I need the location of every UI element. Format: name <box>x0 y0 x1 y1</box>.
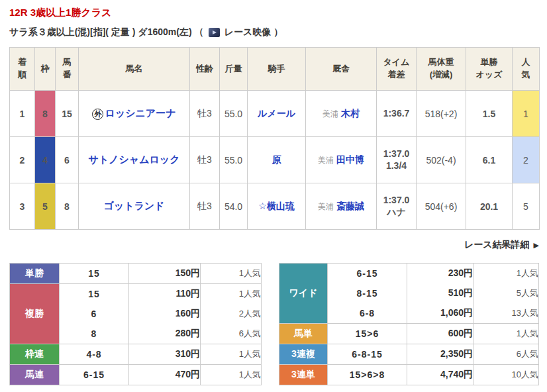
header-horse-weight: 馬体重 (増減) <box>417 48 466 91</box>
payout-amount: 160円 <box>129 304 201 324</box>
video-paren-open: （ <box>195 26 204 38</box>
horse-weight: 502(-4) <box>417 137 466 183</box>
horse-weight: 504(+6) <box>417 183 466 230</box>
horse-name-link[interactable]: サトノシャムロック <box>88 154 179 165</box>
payout-row: 馬連 6-15 470円 1人気 <box>10 365 262 385</box>
race-results-table: 着 順 枠 馬 番 馬名 性齢 斤量 騎手 厩舎 タイム 着差 馬体重 (増減)… <box>9 47 540 230</box>
payout-selection: 8-15 <box>328 283 407 303</box>
payout-row: ワイド 6-15 230円 1人気 <box>279 264 539 284</box>
payout-popularity: 13人気 <box>473 303 539 324</box>
payout-popularity: 5人気 <box>473 283 539 303</box>
payout-row: 馬単 15>6 600円 1人気 <box>279 324 539 344</box>
win-odds: 20.1 <box>466 183 513 230</box>
payout-popularity: 6人気 <box>473 344 539 365</box>
race-video-icon[interactable] <box>209 28 220 37</box>
payout-selection: 6-8 <box>328 303 407 324</box>
race-title: 12R 3歳以上1勝クラス <box>9 7 538 19</box>
foreign-horse-mark: 外 <box>92 109 103 120</box>
stable-area: 美浦 <box>318 202 334 211</box>
payout-popularity: 1人気 <box>201 284 262 305</box>
finish-position: 3 <box>10 183 35 230</box>
horse-weight: 518(+2) <box>417 91 466 137</box>
race-conditions-text: サラ系３歳以上(混)[指]( 定量 ) ダ1600m(左) <box>9 26 192 38</box>
horse-name-link[interactable]: ロッシニアーナ <box>105 107 175 119</box>
sex-age: 牡3 <box>190 91 220 137</box>
table-row: 3 5 8 ゴットランド 牡3 54.0 ☆横山琉 美浦斎藤誠 1:37.0ハナ… <box>10 183 540 230</box>
payout-selection: 6 <box>60 304 129 324</box>
payout-popularity: 2人気 <box>201 304 262 324</box>
payout-selection: 6-15 <box>328 264 407 284</box>
payout-section: 単勝 15 150円 1人気 複勝 15 110円 1人気 6 160円 2人気 <box>9 263 538 385</box>
payout-row: 枠連 4-8 310円 1人気 <box>10 344 262 365</box>
payout-amount: 310円 <box>129 344 201 365</box>
jockey-link[interactable]: ☆横山琉 <box>258 201 295 211</box>
horse-number: 15 <box>56 91 79 137</box>
header-horse-name: 馬名 <box>79 48 190 91</box>
stable-area: 美浦 <box>318 156 334 165</box>
trainer-link[interactable]: 田中博 <box>336 154 364 165</box>
bracket-number: 4 <box>35 137 56 183</box>
bet-type-label: ワイド <box>279 264 328 324</box>
popularity: 1 <box>513 91 540 137</box>
table-row: 2 4 6 サトノシャムロック 牡3 55.0 原 美浦田中博 1:37.01.… <box>10 137 540 183</box>
horse-number: 8 <box>56 183 79 230</box>
chevron-right-icon: ▶ <box>534 241 539 249</box>
payout-amount: 280円 <box>129 324 201 344</box>
race-result-page: 12R 3歳以上1勝クラス サラ系３歳以上(混)[指]( 定量 ) ダ1600m… <box>0 0 547 385</box>
bet-type-label: 複勝 <box>10 284 60 344</box>
jockey-link[interactable]: 原 <box>272 154 281 165</box>
popularity: 2 <box>513 137 540 183</box>
payout-row: 3連単 15>6>8 4,740円 10人気 <box>279 365 539 385</box>
carried-weight: 55.0 <box>220 137 248 183</box>
header-carried-weight: 斤量 <box>220 48 248 91</box>
video-paren-close: ） <box>274 26 283 38</box>
detail-link-row: レース結果詳細▶ <box>9 238 539 251</box>
payout-selection: 15>6>8 <box>328 365 407 385</box>
payout-popularity: 1人気 <box>473 324 539 344</box>
table-row: 1 8 15 外ロッシニアーナ 牡3 55.0 ルメール 美浦木村 1:36.7… <box>10 91 540 137</box>
bet-type-label: 枠連 <box>10 344 60 365</box>
trainer-link[interactable]: 斎藤誠 <box>336 201 364 211</box>
payout-selection: 8 <box>60 324 129 344</box>
header-stable: 厩舎 <box>306 48 377 91</box>
popularity: 5 <box>513 183 540 230</box>
payout-popularity: 1人気 <box>473 264 539 284</box>
payout-selection: 15 <box>60 264 129 284</box>
header-finish-position: 着 順 <box>10 48 35 91</box>
payout-selection: 15 <box>60 284 129 305</box>
header-time-margin: タイム 着差 <box>377 48 417 91</box>
payout-selection: 15>6 <box>328 324 407 344</box>
time-margin: 1:37.01.3/4 <box>377 137 417 183</box>
payout-popularity: 1人気 <box>201 344 262 365</box>
bet-type-label: 馬連 <box>10 365 60 385</box>
payout-popularity: 6人気 <box>201 324 262 344</box>
payout-table-left: 単勝 15 150円 1人気 複勝 15 110円 1人気 6 160円 2人気 <box>9 263 262 385</box>
bet-type-label: 3連複 <box>279 344 328 365</box>
payout-amount: 1,060円 <box>407 303 473 324</box>
carried-weight: 55.0 <box>220 91 248 137</box>
finish-position: 2 <box>10 137 35 183</box>
payout-selection: 6-8-15 <box>328 344 407 365</box>
payout-amount: 4,740円 <box>407 365 473 385</box>
header-jockey: 騎手 <box>248 48 306 91</box>
trainer-link[interactable]: 木村 <box>341 108 360 119</box>
finish-position: 1 <box>10 91 35 137</box>
payout-row: 3連複 6-8-15 2,350円 6人気 <box>279 344 539 365</box>
jockey-link[interactable]: ルメール <box>258 108 295 119</box>
race-conditions: サラ系３歳以上(混)[指]( 定量 ) ダ1600m(左) （ レース映像 ） <box>9 26 538 38</box>
race-video-link[interactable]: レース映像 <box>224 26 272 38</box>
race-result-detail-link[interactable]: レース結果詳細 <box>464 239 530 250</box>
payout-amount: 600円 <box>407 324 473 344</box>
payout-row: 複勝 15 110円 1人気 <box>10 284 262 305</box>
payout-popularity: 10人気 <box>473 365 539 385</box>
header-popularity: 人 気 <box>513 48 540 91</box>
payout-table-right: ワイド 6-15 230円 1人気 8-15 510円 5人気 6-8 1,06… <box>279 263 539 385</box>
header-sex-age: 性齢 <box>190 48 220 91</box>
payout-popularity: 1人気 <box>201 365 262 385</box>
horse-name-link[interactable]: ゴットランド <box>103 200 164 211</box>
payout-selection: 6-15 <box>60 365 129 385</box>
win-odds: 1.5 <box>466 91 513 137</box>
time-margin: 1:36.7 <box>377 91 417 137</box>
results-header-row: 着 順 枠 馬 番 馬名 性齢 斤量 騎手 厩舎 タイム 着差 馬体重 (増減)… <box>10 48 540 91</box>
time-margin: 1:37.0ハナ <box>377 183 417 230</box>
